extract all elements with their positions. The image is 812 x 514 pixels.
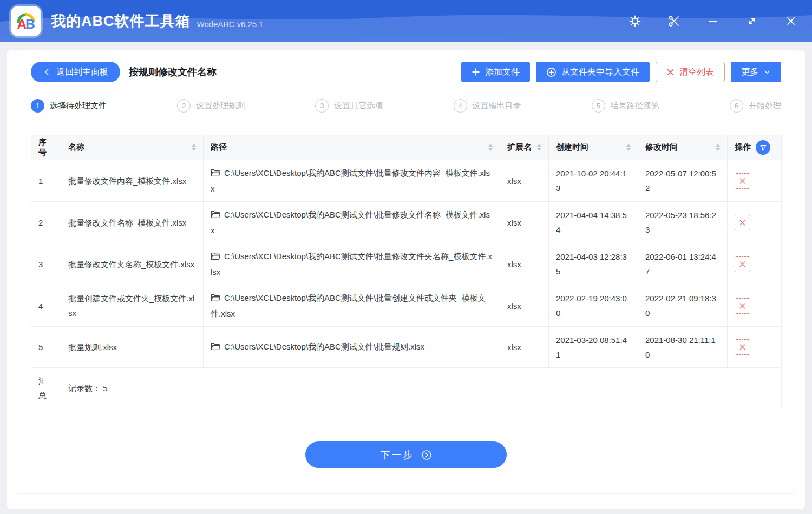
main-card: 返回到主面板 按规则修改文件名称 添加文件 从文件夹中导入文件 清空列表 更多	[7, 50, 805, 509]
app-version: WodeABC v6.25.1	[197, 19, 264, 29]
row-actions	[728, 160, 782, 202]
close-icon[interactable]	[784, 14, 798, 28]
app-title: 我的ABC软件工具箱	[51, 11, 191, 31]
minimize-icon[interactable]	[706, 14, 720, 28]
step-label: 结果路径预览	[611, 101, 659, 111]
row-file-path: C:\Users\XCL\Desktop\我的ABC测试文件\批量修改文件夹名称…	[204, 243, 500, 285]
row-file-name: 批量修改文件名称_模板文件.xlsx	[61, 202, 204, 243]
app-logo: AB	[11, 6, 41, 36]
row-index: 4	[31, 285, 61, 327]
svg-text:AB: AB	[17, 17, 35, 31]
import-from-folder-button[interactable]: 从文件夹中导入文件	[536, 62, 650, 82]
col-header-ext[interactable]: 扩展名	[500, 135, 549, 160]
col-header-created[interactable]: 创建时间	[549, 135, 638, 160]
row-file-name: 批量修改文件夹名称_模板文件.xlsx	[61, 243, 204, 285]
step-number: 1	[31, 99, 44, 113]
row-modified-time: 2022-05-23 18:56:23	[638, 202, 728, 243]
row-actions	[728, 202, 782, 243]
row-file-path: C:\Users\XCL\Desktop\我的ABC测试文件\批量创建文件或文件…	[204, 285, 500, 327]
row-extension: xlsx	[500, 243, 549, 285]
delete-row-button[interactable]	[735, 339, 750, 355]
add-files-label: 添加文件	[485, 67, 520, 78]
delete-row-button[interactable]	[735, 215, 750, 230]
row-file-name: 批量规则.xlsx	[61, 327, 204, 368]
step-connector	[529, 106, 584, 106]
step-item-4[interactable]: 4 设置输出目录	[454, 99, 521, 113]
filter-icon[interactable]	[756, 140, 770, 155]
delete-row-button[interactable]	[735, 256, 750, 272]
row-created-time: 2021-03-20 08:51:41	[549, 327, 638, 368]
step-item-1[interactable]: 1 选择待处理文件	[31, 99, 107, 113]
table-summary-row: 汇总记录数： 5	[31, 368, 782, 408]
logo-letter-b: B	[25, 17, 35, 31]
row-modified-time: 2022-05-07 12:00:52	[638, 160, 728, 202]
row-extension: xlsx	[500, 160, 549, 202]
step-item-5[interactable]: 5 结果路径预览	[592, 99, 659, 113]
back-button-label: 返回到主面板	[56, 67, 108, 78]
row-actions	[728, 243, 782, 285]
row-created-time: 2021-04-03 12:28:35	[549, 243, 638, 285]
next-step-label: 下一步	[381, 449, 415, 462]
plus-circle-icon	[546, 67, 556, 77]
step-connector	[667, 106, 722, 106]
x-icon	[666, 68, 675, 76]
settings-icon[interactable]	[628, 14, 642, 28]
step-item-3[interactable]: 3 设置其它选项	[315, 99, 383, 113]
more-label: 更多	[741, 67, 758, 78]
col-header-path[interactable]: 路径	[204, 135, 500, 160]
row-actions	[728, 285, 782, 327]
row-file-name: 批量创建文件或文件夹_模板文件.xlsx	[61, 285, 204, 327]
maximize-icon[interactable]	[745, 14, 759, 28]
sort-carets-icon[interactable]	[537, 144, 541, 151]
import-from-folder-label: 从文件夹中导入文件	[561, 67, 639, 78]
row-index: 5	[31, 327, 61, 368]
more-button[interactable]: 更多	[731, 62, 781, 82]
sort-carets-icon[interactable]	[192, 144, 196, 151]
step-item-2[interactable]: 2 设置处理规则	[177, 99, 245, 113]
sort-carets-icon[interactable]	[488, 144, 493, 151]
col-header-modified[interactable]: 修改时间	[638, 135, 728, 160]
delete-row-button[interactable]	[735, 298, 750, 314]
step-item-6[interactable]: 6 开始处理	[730, 99, 781, 113]
page-title: 按规则修改文件名称	[129, 65, 217, 78]
clear-list-label: 清空列表	[679, 67, 714, 78]
row-index: 3	[31, 243, 61, 285]
table-row: 4 批量创建文件或文件夹_模板文件.xlsx C:\Users\XCL\Desk…	[31, 285, 782, 327]
step-label: 设置输出目录	[473, 101, 521, 111]
table-row: 3 批量修改文件夹名称_模板文件.xlsx C:\Users\XCL\Deskt…	[31, 243, 782, 285]
add-files-button[interactable]: 添加文件	[461, 62, 530, 82]
row-extension: xlsx	[500, 327, 549, 368]
row-created-time: 2022-02-19 20:43:00	[549, 285, 638, 327]
plus-icon	[472, 68, 480, 76]
folder-icon	[211, 340, 220, 355]
table-row: 2 批量修改文件名称_模板文件.xlsx C:\Users\XCL\Deskto…	[31, 202, 782, 243]
chevron-down-icon	[763, 68, 771, 76]
next-step-button[interactable]: 下一步	[305, 441, 507, 468]
folder-icon	[211, 292, 220, 306]
row-modified-time: 2022-02-21 09:18:30	[638, 285, 728, 327]
titlebar: AB 我的ABC软件工具箱 WodeABC v6.25.1	[0, 0, 812, 42]
summary-record-count: 记录数： 5	[61, 368, 782, 408]
row-modified-time: 2021-08-30 21:11:10	[638, 327, 728, 368]
col-header-name[interactable]: 名称	[61, 135, 204, 160]
table-row: 5 批量规则.xlsx C:\Users\XCL\Desktop\我的ABC测试…	[31, 327, 782, 368]
row-index: 1	[31, 160, 61, 202]
step-connector	[390, 106, 446, 106]
delete-row-button[interactable]	[735, 173, 750, 189]
folder-icon	[211, 167, 220, 181]
back-to-dashboard-button[interactable]: 返回到主面板	[31, 62, 120, 82]
sort-carets-icon[interactable]	[716, 144, 720, 151]
row-index: 2	[31, 202, 61, 243]
step-number: 5	[592, 99, 605, 113]
step-connector	[114, 106, 169, 106]
sort-carets-icon[interactable]	[626, 144, 631, 151]
clear-list-button[interactable]: 清空列表	[656, 62, 725, 82]
row-actions	[728, 327, 782, 368]
step-connector	[252, 106, 307, 106]
folder-icon	[211, 208, 220, 223]
scissors-icon[interactable]	[667, 14, 681, 28]
toolbar: 返回到主面板 按规则修改文件名称 添加文件 从文件夹中导入文件 清空列表 更多	[31, 62, 781, 82]
step-label: 开始处理	[749, 101, 781, 111]
file-table: 序号 名称 路径 扩展名 创建时间 修改时间 操作 1 批量修改文件内容_模板文…	[31, 135, 781, 408]
col-header-index: 序号	[31, 135, 61, 160]
